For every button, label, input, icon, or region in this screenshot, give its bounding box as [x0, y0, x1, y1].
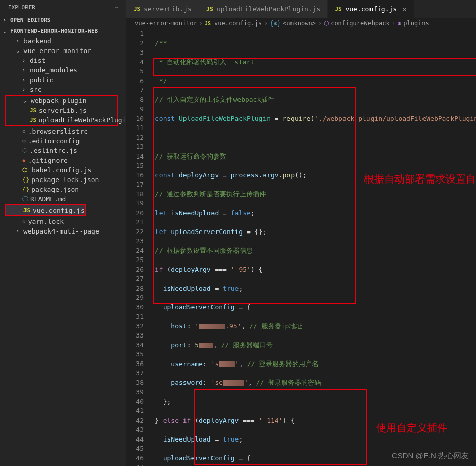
file-eslintrc[interactable]: ⬡.eslintrc.js	[0, 146, 126, 156]
file-package-json[interactable]: {}package.json	[0, 185, 126, 194]
folder-src[interactable]: ›src	[0, 85, 126, 94]
breadcrumb[interactable]: vue-error-monitor› JSvue.config.js› {✱}<…	[126, 18, 476, 29]
tab-upload-plugin[interactable]: JSuploadFileWebPackPlugin.js	[199, 0, 328, 18]
tab-bar: JSserverLib.js JSuploadFileWebPackPlugin…	[126, 0, 476, 18]
chevron-right-icon: ›	[3, 17, 8, 23]
file-yarn-lock[interactable]: ◇yarn.lock	[0, 217, 126, 226]
close-icon[interactable]: ×	[400, 5, 406, 13]
folder-node-modules[interactable]: ›node_modules	[0, 65, 126, 75]
folder-webpack4[interactable]: ›webpack4-muti--page	[0, 226, 126, 236]
editor-area: JSserverLib.js JSuploadFileWebPackPlugin…	[126, 0, 476, 466]
file-tree: ›backend ⌄vue-error-monitor ›dist ›node_…	[0, 36, 126, 236]
open-editors-header[interactable]: › OPEN EDITORS	[0, 15, 126, 25]
file-browserslistrc[interactable]: ⚙.browserslistrc	[0, 126, 126, 136]
file-gitignore[interactable]: ◆.gitignore	[0, 156, 126, 165]
folder-dist[interactable]: ›dist	[0, 56, 126, 65]
code-editor[interactable]: 1234567891011121314151617181920212223242…	[126, 29, 476, 466]
folder-vue-error-monitor[interactable]: ⌄vue-error-monitor	[0, 46, 126, 56]
code-content[interactable]: /** * 自动化部署代码引入 start */ // 引入自定义的上传文件we…	[151, 29, 476, 466]
file-vue-config[interactable]: JSvue.config.js	[6, 205, 85, 215]
chevron-down-icon: ⌄	[3, 28, 8, 34]
tab-vue-config[interactable]: JSvue.config.js×	[328, 0, 414, 18]
file-package-lock[interactable]: {}package-lock.json	[0, 175, 126, 185]
file-babel-config[interactable]: ⬡babel.config.js	[0, 165, 126, 175]
watermark: CSDN @E.N.热心网友	[392, 451, 469, 461]
file-serverlib[interactable]: JSserverLib.js	[6, 106, 117, 115]
tab-serverlib[interactable]: JSserverLib.js	[126, 0, 199, 18]
explorer-title: EXPLORER ⋯	[0, 0, 126, 15]
folder-webpack-plugin[interactable]: ⌄webpack-plugin	[6, 96, 117, 106]
line-numbers: 1234567891011121314151617181920212223242…	[126, 29, 151, 466]
explorer-sidebar: EXPLORER ⋯ › OPEN EDITORS ⌄ FRONTEND-ERR…	[0, 0, 126, 466]
folder-public[interactable]: ›public	[0, 75, 126, 85]
file-readme[interactable]: ⓘREADME.md	[0, 194, 126, 204]
file-editorconfig[interactable]: ⚙.editorconfig	[0, 136, 126, 146]
file-upload-plugin[interactable]: JSuploadFileWebPackPlugin.js	[6, 115, 117, 125]
more-icon[interactable]: ⋯	[114, 4, 118, 11]
folder-backend[interactable]: ›backend	[0, 36, 126, 46]
project-header[interactable]: ⌄ FRONTEND-ERROR-MONITOR-WEB	[0, 25, 126, 36]
